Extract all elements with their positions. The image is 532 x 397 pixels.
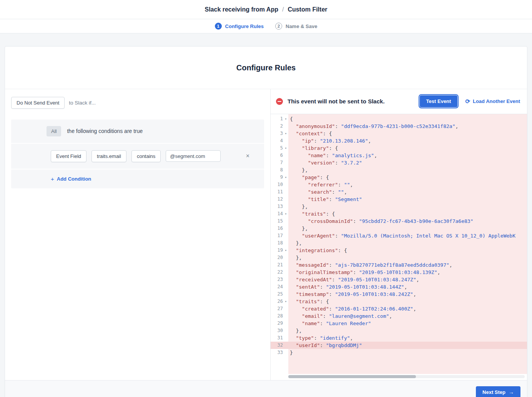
code-line: "email": "lauren@segment.com", bbox=[288, 312, 527, 320]
gutter-line: 26▾ bbox=[271, 298, 288, 305]
match-operator-text: the following conditions are true bbox=[67, 128, 143, 134]
refresh-icon: ⟳ bbox=[465, 98, 470, 104]
filter-action-button[interactable]: Do Not Send Event bbox=[11, 97, 65, 109]
preview-header: This event will not be sent to Slack. Te… bbox=[271, 89, 527, 114]
code-line: "traits": { bbox=[288, 298, 527, 305]
gutter-line: 12 bbox=[271, 196, 288, 203]
gutter-line: 13 bbox=[271, 203, 288, 210]
gutter-line: 1▾ bbox=[271, 115, 288, 123]
code-line: "receivedAt": "2019-05-10T01:03:48.247Z"… bbox=[288, 276, 527, 283]
add-condition-button[interactable]: + Add Condition bbox=[51, 176, 91, 182]
gutter-line: 27 bbox=[271, 305, 288, 312]
scrollbar-thumb[interactable] bbox=[288, 375, 416, 378]
line-number: 14 bbox=[271, 211, 283, 216]
line-number: 9 bbox=[271, 174, 283, 180]
fold-toggle-icon[interactable]: ▾ bbox=[283, 117, 288, 121]
line-number: 15 bbox=[271, 218, 283, 224]
code-line: "page": { bbox=[288, 174, 527, 181]
test-event-button[interactable]: Test Event bbox=[420, 95, 458, 107]
code-line: "context": { bbox=[288, 130, 527, 137]
step-configure-rules[interactable]: 1 Configure Rules bbox=[215, 23, 264, 30]
code-line: "timestamp": "2019-05-10T01:03:48.242Z", bbox=[288, 291, 527, 298]
steps-bar: 1 Configure Rules 2 Name & Save bbox=[0, 19, 532, 33]
code-line: "created": "2016-01-12T02:24:06.400Z", bbox=[288, 305, 527, 312]
gutter-line: 15 bbox=[271, 218, 288, 225]
line-number: 20 bbox=[271, 255, 283, 260]
fold-toggle-icon[interactable]: ▾ bbox=[283, 300, 288, 303]
code-line: } bbox=[288, 349, 527, 356]
fold-toggle-icon[interactable]: ▾ bbox=[283, 146, 288, 150]
gutter-line: 2 bbox=[271, 123, 288, 130]
fold-toggle-icon[interactable]: ▾ bbox=[283, 212, 288, 216]
fold-toggle-icon[interactable]: ▾ bbox=[283, 176, 288, 179]
line-number: 19 bbox=[271, 248, 283, 253]
filter-status-text: This event will not be sent to Slack. bbox=[288, 98, 385, 105]
page-title: Configure Rules bbox=[5, 51, 527, 83]
code-line: "title": "Segment" bbox=[288, 196, 527, 203]
condition-value-input[interactable] bbox=[166, 150, 221, 162]
line-number: 10 bbox=[271, 182, 283, 187]
code-line: }, bbox=[288, 203, 527, 210]
line-number: 13 bbox=[271, 204, 283, 209]
line-number: 29 bbox=[271, 321, 283, 326]
horizontal-scrollbar[interactable] bbox=[288, 375, 525, 378]
breadcrumb-source[interactable]: Slack receiving from App bbox=[204, 6, 278, 13]
line-number: 6 bbox=[271, 153, 283, 158]
line-number: 27 bbox=[271, 306, 283, 311]
gutter-line: 7 bbox=[271, 159, 288, 166]
gutter-line: 9▾ bbox=[271, 174, 288, 181]
line-number: 21 bbox=[271, 262, 283, 267]
step-1-label: Configure Rules bbox=[225, 23, 264, 29]
code-line: }, bbox=[288, 239, 527, 247]
line-number: 4 bbox=[271, 138, 283, 143]
line-number: 28 bbox=[271, 313, 283, 319]
preview-actions: Test Event ⟳ Load Another Event bbox=[420, 95, 520, 107]
gutter-line: 5▾ bbox=[271, 145, 288, 152]
line-number: 24 bbox=[271, 284, 283, 289]
line-number: 5 bbox=[271, 145, 283, 151]
code-line: }, bbox=[288, 166, 527, 174]
topbar: Slack receiving from App / Custom Filter bbox=[0, 0, 532, 19]
line-number: 17 bbox=[271, 233, 283, 238]
fold-toggle-icon[interactable]: ▾ bbox=[283, 249, 288, 252]
gutter-line: 30 bbox=[271, 327, 288, 334]
step-2-label: Name & Save bbox=[286, 23, 317, 29]
gutter-line: 3▾ bbox=[271, 130, 288, 137]
code-line: "userAgent": "Mozilla/5.0 (Macintosh; In… bbox=[288, 232, 527, 239]
fold-toggle-icon[interactable]: ▾ bbox=[283, 132, 288, 135]
remove-condition-button[interactable]: × bbox=[244, 151, 251, 161]
gutter-line: 11 bbox=[271, 188, 288, 196]
add-condition-row: + Add Condition bbox=[11, 169, 264, 188]
gutter-line: 17 bbox=[271, 232, 288, 239]
editor-code[interactable]: { "anonymousId": "ddf9ecda-977b-4231-b00… bbox=[288, 114, 527, 374]
gutter-line: 20 bbox=[271, 254, 288, 261]
code-line: "originalTimestamp": "2019-05-10T01:03:4… bbox=[288, 269, 527, 276]
line-number: 23 bbox=[271, 277, 283, 282]
next-step-label: Next Step bbox=[482, 389, 505, 395]
rules-panel: Do Not Send Event to Slack if... All the… bbox=[5, 89, 271, 380]
match-operator-badge[interactable]: All bbox=[47, 126, 61, 136]
load-another-event-button[interactable]: ⟳ Load Another Event bbox=[465, 98, 520, 104]
json-editor[interactable]: 1▾23▾45▾6789▾1011121314▾1516171819▾20212… bbox=[271, 114, 527, 380]
gutter-line: 18 bbox=[271, 239, 288, 247]
code-line: "userId": "bgrqbddDMj" bbox=[288, 342, 527, 349]
operator-button[interactable]: contains bbox=[131, 150, 161, 162]
field-type-button[interactable]: Event Field bbox=[51, 150, 86, 162]
code-line: "version": "3.7.2" bbox=[288, 159, 527, 166]
code-line: "traits": { bbox=[288, 210, 527, 218]
match-operator-row: All the following conditions are true bbox=[11, 120, 264, 143]
code-line: "type": "identify", bbox=[288, 334, 527, 342]
code-line: { bbox=[288, 115, 527, 123]
breadcrumb-separator: / bbox=[282, 6, 284, 13]
configure-rules-card: Configure Rules Do Not Send Event to Sla… bbox=[5, 46, 527, 397]
next-step-button[interactable]: Next Step → bbox=[476, 386, 520, 397]
line-number: 18 bbox=[271, 240, 283, 246]
code-line: "sentAt": "2019-05-10T01:03:48.144Z", bbox=[288, 283, 527, 291]
gutter-line: 23 bbox=[271, 276, 288, 283]
action-suffix-text: to Slack if... bbox=[69, 100, 96, 106]
step-name-save[interactable]: 2 Name & Save bbox=[275, 23, 317, 30]
line-number: 2 bbox=[271, 123, 283, 129]
line-number: 1 bbox=[271, 116, 283, 121]
gutter-line: 19▾ bbox=[271, 247, 288, 254]
field-path-button[interactable]: traits.email bbox=[91, 150, 126, 162]
